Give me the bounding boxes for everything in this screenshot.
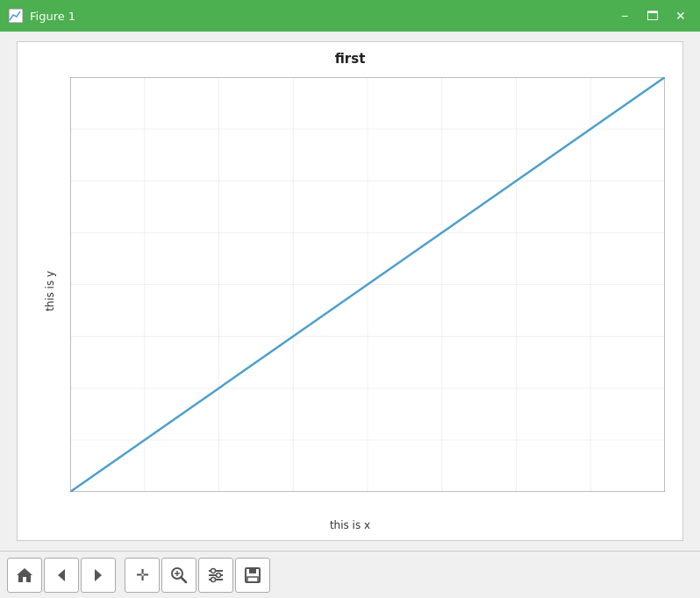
window-title: Figure 1 [30,10,75,23]
home-button[interactable] [7,558,42,593]
close-button[interactable]: ✕ [668,5,693,26]
back-button[interactable] [44,558,79,593]
svg-rect-55 [249,568,256,573]
titlebar-left: Figure 1 [7,7,75,25]
chart-title: first [18,42,682,67]
svg-marker-40 [17,568,32,582]
svg-point-52 [217,573,221,577]
configure-button[interactable] [198,558,233,593]
y-axis-label: this is y [44,271,56,311]
maximize-button[interactable]: 🗖 [640,5,665,26]
svg-marker-41 [58,569,65,581]
svg-line-45 [182,577,187,582]
svg-marker-42 [95,569,102,581]
svg-point-51 [211,568,216,573]
plot-container: first this is y this is x [17,41,683,541]
forward-button[interactable] [81,558,116,593]
x-axis-label: this is x [18,519,682,531]
main-content: first this is y this is x [0,32,700,551]
save-button[interactable] [235,558,270,593]
toolbar: ✛ [0,551,700,598]
figure-icon [7,7,25,25]
zoom-button[interactable] [161,558,196,593]
svg-text:✛: ✛ [136,566,149,584]
pan-button[interactable]: ✛ [125,558,160,593]
chart-svg: 2 3 4 5 6 7 8 9 10 1 2 3 4 5 6 7 8 9 [70,77,665,492]
minimize-button[interactable]: − [612,5,637,26]
svg-point-53 [211,577,216,581]
chart-body: 2 3 4 5 6 7 8 9 10 1 2 3 4 5 6 7 8 9 [70,77,665,492]
titlebar: Figure 1 − 🗖 ✕ [0,0,700,32]
window-controls: − 🗖 ✕ [612,5,693,26]
